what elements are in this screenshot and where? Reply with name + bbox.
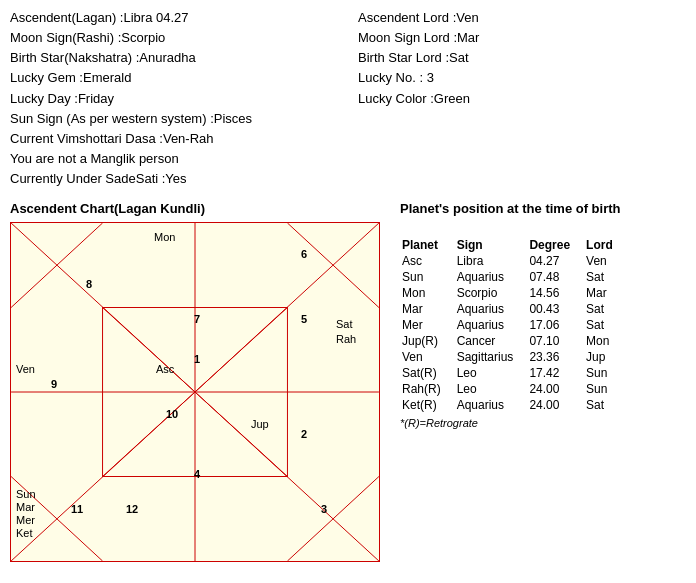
table-cell: Sagittarius [455, 349, 528, 365]
house-9: 9 [51, 378, 57, 390]
table-cell: Ven [584, 253, 627, 269]
table-row: Jup(R)Cancer07.10Mon [400, 333, 627, 349]
house-10: 10 [166, 408, 178, 420]
table-row: Sat(R)Leo17.42Sun [400, 365, 627, 381]
table-row: VenSagittarius23.36Jup [400, 349, 627, 365]
planet-jup: Jup [251, 418, 269, 430]
house-12: 12 [126, 503, 138, 515]
table-cell: Asc [400, 253, 455, 269]
info-line-2: Moon Sign(Rashi) :Scorpio [10, 28, 338, 48]
table-cell: Aquarius [455, 301, 528, 317]
table-cell: Mon [584, 333, 627, 349]
info-line-9: Currently Under SadeSati :Yes [10, 169, 338, 189]
col-planet: Planet [400, 237, 455, 253]
house-2: 2 [301, 428, 307, 440]
planet-ven: Ven [16, 363, 35, 375]
info-right: Ascendent Lord :Ven Moon Sign Lord :Mar … [358, 8, 686, 189]
table-cell: Rah(R) [400, 381, 455, 397]
table-cell: Leo [455, 381, 528, 397]
planet-table-title: Planet's position at the time of birth [400, 201, 686, 216]
info-grid: Ascendent(Lagan) :Libra 04.27 Moon Sign(… [10, 8, 686, 189]
table-cell: 23.36 [527, 349, 584, 365]
table-cell: Ket(R) [400, 397, 455, 413]
table-cell: Sat [584, 317, 627, 333]
table-cell: Cancer [455, 333, 528, 349]
info-right-line-1: Ascendent Lord :Ven [358, 8, 686, 28]
table-row: AscLibra04.27Ven [400, 253, 627, 269]
table-cell: Libra [455, 253, 528, 269]
col-lord: Lord [584, 237, 627, 253]
info-right-line-2: Moon Sign Lord :Mar [358, 28, 686, 48]
table-cell: Scorpio [455, 285, 528, 301]
info-line-4: Lucky Gem :Emerald [10, 68, 338, 88]
table-cell: Sat [584, 269, 627, 285]
table-cell: Sat [584, 301, 627, 317]
table-cell: Mar [400, 301, 455, 317]
col-sign: Sign [455, 237, 528, 253]
table-cell: Jup [584, 349, 627, 365]
table-row: Ket(R)Aquarius24.00Sat [400, 397, 627, 413]
info-right-line-3: Birth Star Lord :Sat [358, 48, 686, 68]
retro-note: *(R)=Retrograte [400, 417, 686, 429]
planet-asc: Asc [156, 363, 174, 375]
table-cell: Mar [584, 285, 627, 301]
house-5: 5 [301, 313, 307, 325]
info-right-line-4: Lucky No. : 3 [358, 68, 686, 88]
info-right-line-5: Lucky Color :Green [358, 89, 686, 109]
table-cell: Sun [400, 269, 455, 285]
house-7: 7 [194, 313, 200, 325]
info-line-1: Ascendent(Lagan) :Libra 04.27 [10, 8, 338, 28]
house-11: 11 [71, 503, 83, 515]
planet-rah: Rah [336, 333, 356, 345]
table-cell: Aquarius [455, 397, 528, 413]
house-4: 4 [194, 468, 200, 480]
table-cell: Sat [584, 397, 627, 413]
table-row: MerAquarius17.06Sat [400, 317, 627, 333]
table-cell: Sun [584, 381, 627, 397]
table-cell: Aquarius [455, 317, 528, 333]
table-cell: 00.43 [527, 301, 584, 317]
table-cell: Leo [455, 365, 528, 381]
table-row: SunAquarius07.48Sat [400, 269, 627, 285]
table-cell: 24.00 [527, 381, 584, 397]
table-cell: Ven [400, 349, 455, 365]
info-line-3: Birth Star(Nakshatra) :Anuradha [10, 48, 338, 68]
col-degree: Degree [527, 237, 584, 253]
charts-row: Ascendent Chart(Lagan Kundli) [10, 201, 686, 562]
table-cell: 14.56 [527, 285, 584, 301]
table-cell: Mon [400, 285, 455, 301]
info-left: Ascendent(Lagan) :Libra 04.27 Moon Sign(… [10, 8, 338, 189]
house-1: 1 [194, 353, 200, 365]
table-cell: Sat(R) [400, 365, 455, 381]
table-cell: Jup(R) [400, 333, 455, 349]
info-line-7: Current Vimshottari Dasa :Ven-Rah [10, 129, 338, 149]
planet-sat: Sat [336, 318, 353, 330]
table-cell: Aquarius [455, 269, 528, 285]
table-cell: 17.42 [527, 365, 584, 381]
table-row: MonScorpio14.56Mar [400, 285, 627, 301]
planet-mer: Mer [16, 514, 35, 526]
table-cell: 07.10 [527, 333, 584, 349]
table-cell: 04.27 [527, 253, 584, 269]
lagan-chart-section: Ascendent Chart(Lagan Kundli) [10, 201, 380, 562]
planet-section: Planet's position at the time of birth P… [390, 201, 686, 429]
info-line-5: Lucky Day :Friday [10, 89, 338, 109]
planet-mar: Mar [16, 501, 35, 513]
kundli-chart: 1 2 3 4 5 6 7 8 9 10 11 12 Mon Ven [10, 222, 380, 562]
table-row: MarAquarius00.43Sat [400, 301, 627, 317]
info-line-8: You are not a Manglik person [10, 149, 338, 169]
table-cell: Sun [584, 365, 627, 381]
table-cell: 17.06 [527, 317, 584, 333]
planet-table: Planet Sign Degree Lord AscLibra04.27Ven… [400, 237, 627, 413]
planet-sun: Sun [16, 488, 36, 500]
table-cell: 07.48 [527, 269, 584, 285]
planet-mon-top: Mon [154, 231, 175, 243]
planet-ket: Ket [16, 527, 33, 539]
table-row: Rah(R)Leo24.00Sun [400, 381, 627, 397]
lagan-chart-title: Ascendent Chart(Lagan Kundli) [10, 201, 380, 216]
info-line-6: Sun Sign (As per western system) :Pisces [10, 109, 338, 129]
house-8: 8 [86, 278, 92, 290]
table-header-row: Planet Sign Degree Lord [400, 237, 627, 253]
table-cell: 24.00 [527, 397, 584, 413]
house-6: 6 [301, 248, 307, 260]
